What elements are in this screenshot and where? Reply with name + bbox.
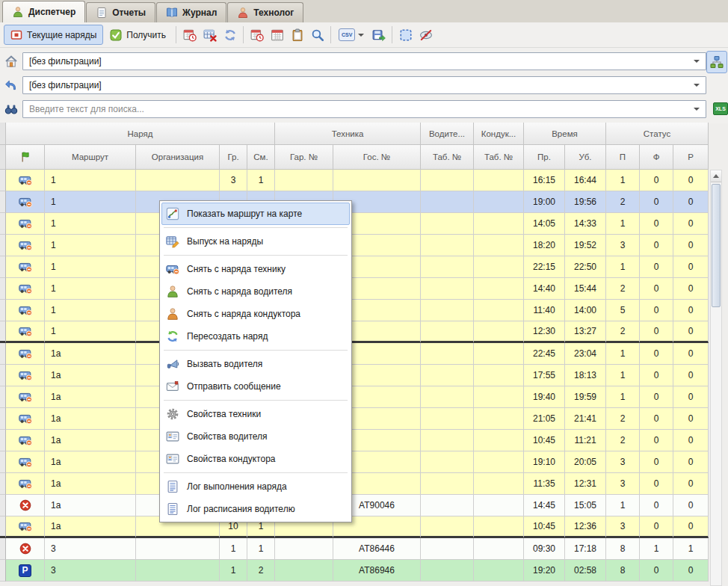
save-export-button[interactable]: [368, 25, 389, 45]
context-menu-item[interactable]: Лог расписания водителю: [161, 498, 350, 520]
table-row[interactable]: 114:0514:33100: [0, 213, 709, 235]
search-button[interactable]: [307, 25, 327, 45]
context-menu-item[interactable]: Свойства техники: [161, 403, 350, 425]
table-row[interactable]: 1aAT9004614:4515:05100: [0, 495, 709, 516]
table-row[interactable]: 122:1522:50100: [0, 256, 709, 278]
current-orders-button[interactable]: Текущие наряды: [4, 25, 103, 45]
cell-departure-time: 23:04: [565, 343, 606, 365]
cell-plan: 1: [606, 365, 640, 386]
group-header-tehnika[interactable]: Техника: [275, 123, 421, 145]
xls-export-button[interactable]: XLS: [710, 97, 728, 120]
column-header[interactable]: Таб. №: [421, 145, 474, 170]
hide-button[interactable]: [416, 25, 436, 45]
table-row[interactable]: 1a10110:4512:36300: [0, 516, 709, 538]
row-strip: [0, 213, 6, 235]
hierarchy-view-button[interactable]: [706, 51, 727, 73]
context-menu-item[interactable]: Снять с наряда кондуктора: [161, 303, 350, 325]
search-box[interactable]: [22, 100, 706, 118]
column-header[interactable]: П: [606, 145, 640, 170]
refresh-button[interactable]: [220, 25, 240, 45]
row-strip: [0, 170, 6, 191]
column-header[interactable]: Гар. №: [275, 145, 333, 170]
context-menu-item[interactable]: Снять с наряда водителя: [161, 280, 350, 303]
column-header[interactable]: Организация: [136, 145, 220, 170]
row-strip: [0, 365, 6, 386]
column-header[interactable]: Гр.: [220, 145, 247, 170]
cell-departure-time: 19:52: [565, 235, 606, 256]
tab-reports[interactable]: Отчеты: [86, 2, 155, 22]
table-row[interactable]: P312AT8694619:2002:58800: [0, 560, 709, 582]
group-header-konduktor[interactable]: Кондук...: [474, 123, 524, 145]
route-filter-dropdown[interactable]: [без фильтрации]: [22, 52, 706, 70]
table-group-header: Наряд Техника Водите... Кондук... Время …: [0, 123, 709, 145]
cell-garage-number: [275, 560, 333, 582]
clipboard-button[interactable]: [287, 25, 307, 45]
context-menu-item[interactable]: Свойства кондуктора: [161, 448, 350, 470]
table-row[interactable]: 1a19:1020:05300: [0, 451, 709, 473]
bus-removed-icon: [19, 260, 32, 274]
cell-route: 1a: [45, 408, 136, 430]
column-header-flag[interactable]: [6, 145, 45, 170]
context-menu-item[interactable]: Отправить сообщение: [161, 375, 350, 398]
context-menu-item[interactable]: Снять с наряда технику: [161, 258, 350, 280]
context-menu-item[interactable]: Выпуск на наряды: [161, 230, 350, 253]
cell-driver-tab-number: [421, 278, 474, 300]
tab-dispatcher[interactable]: Диспетчер: [2, 1, 85, 22]
column-header[interactable]: См.: [247, 145, 275, 170]
vertical-scrollbar[interactable]: [710, 170, 722, 586]
cell-departure-time: 14:33: [565, 213, 606, 235]
table-row[interactable]: 1a21:0521:41200: [0, 408, 709, 430]
column-header[interactable]: Уб.: [565, 145, 606, 170]
table-row[interactable]: 114:4015:44200: [0, 278, 709, 300]
column-header[interactable]: Таб. №: [474, 145, 524, 170]
calendar-button[interactable]: [267, 25, 287, 45]
scrollbar-thumb[interactable]: [712, 184, 721, 307]
table-row[interactable]: 111:4014:00500: [0, 300, 709, 321]
person-green-icon: [166, 285, 179, 298]
cell-route: 1: [45, 235, 136, 256]
table-row[interactable]: 1a10:4511:21200: [0, 430, 709, 451]
csv-export-button[interactable]: CSV: [334, 25, 368, 45]
remove-order-button[interactable]: [200, 25, 220, 45]
menu-item-label: Отправить сообщение: [187, 381, 281, 392]
tab-journal[interactable]: Журнал: [156, 2, 226, 22]
context-menu-item[interactable]: Вызвать водителя: [161, 353, 350, 375]
column-header[interactable]: Р: [673, 145, 709, 170]
column-header[interactable]: Пр.: [524, 145, 565, 170]
context-menu-item[interactable]: Показать маршрут на карте: [161, 203, 350, 225]
table-row[interactable]: 118:2019:52300: [0, 235, 709, 256]
table-row[interactable]: 311AT8644609:3017:18811: [0, 538, 709, 560]
column-header[interactable]: Маршрут: [45, 145, 136, 170]
table-row[interactable]: 1a22:4523:04100: [0, 343, 709, 365]
menu-separator: [164, 255, 348, 256]
selection-mode-button[interactable]: [395, 25, 416, 45]
cell-conductor-tab-number: [474, 495, 524, 516]
menu-item-label: Снять с наряда технику: [187, 264, 286, 274]
order-calendar-button[interactable]: [179, 25, 200, 45]
secondary-filter-dropdown[interactable]: [без фильтрации]: [22, 76, 706, 94]
column-header[interactable]: Гос. №: [333, 145, 421, 170]
context-menu-item[interactable]: Свойства водителя: [161, 425, 350, 448]
cell-plan: 1: [606, 170, 640, 191]
schedule-clock-button[interactable]: [247, 25, 267, 45]
search-input[interactable]: [29, 104, 694, 114]
context-menu-item[interactable]: Пересоздать наряд: [161, 325, 350, 348]
table-row[interactable]: 112:3013:27200: [0, 321, 709, 343]
column-header[interactable]: Ф: [640, 145, 673, 170]
receive-button[interactable]: Получить: [103, 25, 173, 45]
context-menu-item[interactable]: Лог выполнения наряда: [161, 475, 350, 498]
orders-table: Наряд Техника Водите... Кондук... Время …: [0, 123, 709, 582]
table-row[interactable]: 119:0019:56200: [0, 191, 709, 213]
scroll-up-button[interactable]: [711, 170, 721, 182]
tab-technolog[interactable]: Технолог: [227, 2, 303, 22]
group-header-status[interactable]: Статус: [606, 123, 709, 145]
table-row[interactable]: 1a17:5518:13100: [0, 365, 709, 386]
table-row[interactable]: 1a19:4019:59100: [0, 386, 709, 408]
group-header-naryad[interactable]: Наряд: [6, 123, 275, 145]
group-header-voditel[interactable]: Водите...: [421, 123, 474, 145]
row-strip: [0, 145, 6, 170]
group-header-vremya[interactable]: Время: [524, 123, 606, 145]
table-row[interactable]: 13116:1516:44100: [0, 170, 709, 191]
cell-conductor-tab-number: [474, 300, 524, 321]
table-row[interactable]: 1a11:3512:31300: [0, 473, 709, 495]
